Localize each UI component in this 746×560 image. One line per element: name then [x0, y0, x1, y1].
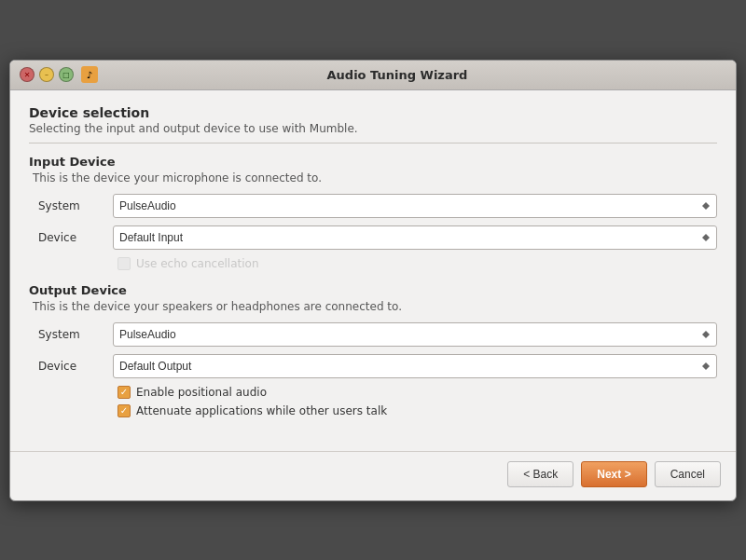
input-device-select-wrapper: Default Input	[113, 225, 717, 250]
dialog-footer: < Back Next > Cancel	[10, 451, 736, 500]
titlebar: ✕ – □ ♪ Audio Tuning Wizard	[10, 61, 736, 90]
input-device-row: Device Default Input	[38, 225, 717, 250]
output-section-title: Output Device	[29, 283, 717, 297]
page-subtitle: Selecting the input and output device to…	[29, 122, 717, 135]
back-button[interactable]: < Back	[507, 461, 573, 487]
output-system-select-wrapper: PulseAudio	[113, 322, 717, 347]
maximize-icon: □	[62, 71, 70, 79]
header-divider	[29, 143, 717, 143]
echo-cancellation-row: Use echo cancellation	[117, 257, 717, 270]
input-device-section: Input Device This is the device your mic…	[29, 155, 717, 270]
output-section-desc: This is the device your speakers or head…	[33, 300, 717, 313]
next-button[interactable]: Next >	[581, 461, 646, 487]
page-title: Device selection	[29, 105, 717, 120]
positional-audio-checkbox[interactable]: ✓	[117, 386, 131, 399]
audio-icon: ♪	[87, 70, 92, 80]
positional-audio-label: Enable positional audio	[136, 386, 267, 399]
input-system-row: System PulseAudio	[38, 194, 717, 218]
maximize-button[interactable]: □	[59, 67, 74, 82]
echo-cancellation-label: Use echo cancellation	[136, 257, 259, 270]
input-system-label: System	[38, 199, 113, 212]
positional-audio-row: ✓ Enable positional audio	[117, 386, 717, 399]
page-header: Device selection Selecting the input and…	[29, 105, 717, 135]
echo-cancellation-checkbox[interactable]	[117, 257, 131, 270]
close-button[interactable]: ✕	[20, 67, 35, 82]
output-device-section: Output Device This is the device your sp…	[29, 283, 717, 417]
input-system-select-wrapper: PulseAudio	[113, 194, 717, 218]
window-title: Audio Tuning Wizard	[105, 68, 689, 82]
minimize-button[interactable]: –	[39, 67, 54, 82]
attenuate-label: Attenuate applications while other users…	[136, 404, 387, 417]
output-system-select[interactable]: PulseAudio	[113, 322, 717, 347]
input-section-title: Input Device	[29, 155, 717, 169]
input-device-label: Device	[38, 231, 113, 244]
output-system-label: System	[38, 328, 113, 341]
output-device-label: Device	[38, 360, 113, 373]
attenuate-checkbox[interactable]: ✓	[117, 404, 131, 417]
positional-audio-checkmark: ✓	[120, 388, 128, 397]
minimize-icon: –	[45, 71, 48, 79]
dialog-window: ✕ – □ ♪ Audio Tuning Wizard Device selec…	[9, 60, 737, 501]
titlebar-buttons: ✕ – □	[20, 67, 74, 82]
output-device-row: Device Default Output	[38, 354, 717, 378]
input-device-select[interactable]: Default Input	[113, 225, 717, 250]
main-content: Device selection Selecting the input and…	[10, 90, 736, 442]
app-icon: ♪	[81, 66, 98, 83]
output-device-select-wrapper: Default Output	[113, 354, 717, 378]
close-icon: ✕	[24, 71, 31, 79]
output-device-select[interactable]: Default Output	[113, 354, 717, 378]
cancel-button[interactable]: Cancel	[655, 461, 721, 487]
attenuate-checkmark: ✓	[120, 406, 128, 416]
input-section-desc: This is the device your microphone is co…	[33, 171, 717, 184]
output-system-row: System PulseAudio	[38, 322, 717, 347]
attenuate-row: ✓ Attenuate applications while other use…	[117, 404, 717, 417]
input-system-select[interactable]: PulseAudio	[113, 194, 717, 218]
